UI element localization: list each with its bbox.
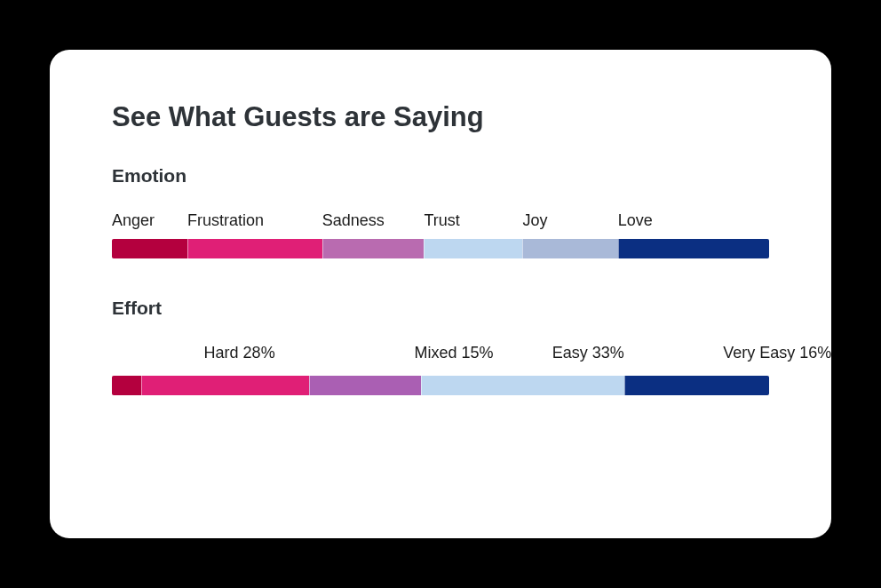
effort-segment-3[interactable] (421, 376, 624, 395)
effort-section: Effort Hard 28%Mixed 15%Easy 33%Very Eas… (112, 298, 769, 395)
effort-title: Effort (112, 298, 769, 319)
effort-bar (112, 376, 769, 395)
page-title: See What Guests are Saying (112, 101, 769, 133)
effort-segment-0[interactable] (112, 376, 141, 395)
emotion-label-4: Joy (522, 211, 617, 230)
effort-segment-2[interactable] (309, 376, 421, 395)
effort-label-1: Hard 28% (204, 344, 275, 362)
emotion-label-3: Trust (424, 211, 522, 230)
effort-label-2: Mixed 15% (414, 344, 493, 362)
effort-labels: Hard 28%Mixed 15%Easy 33%Very Easy 16% (112, 344, 769, 367)
emotion-labels: AngerFrustrationSadnessTrustJoyLove (112, 211, 769, 230)
feedback-card: See What Guests are Saying Emotion Anger… (50, 50, 831, 538)
emotion-segment-2[interactable] (322, 239, 425, 258)
effort-label-3: Easy 33% (552, 344, 624, 362)
emotion-segment-1[interactable] (187, 239, 322, 258)
emotion-title: Emotion (112, 165, 769, 187)
emotion-section: Emotion AngerFrustrationSadnessTrustJoyL… (112, 165, 769, 258)
emotion-bar (112, 239, 769, 258)
emotion-segment-4[interactable] (522, 239, 617, 258)
effort-segment-4[interactable] (624, 376, 769, 395)
emotion-segment-0[interactable] (112, 239, 187, 258)
effort-segment-1[interactable] (141, 376, 309, 395)
emotion-segment-3[interactable] (424, 239, 522, 258)
emotion-label-1: Frustration (187, 211, 322, 230)
emotion-label-0: Anger (112, 211, 187, 230)
emotion-label-2: Sadness (322, 211, 425, 230)
effort-label-4: Very Easy 16% (723, 344, 831, 362)
emotion-segment-5[interactable] (618, 239, 769, 258)
emotion-label-5: Love (618, 211, 769, 230)
